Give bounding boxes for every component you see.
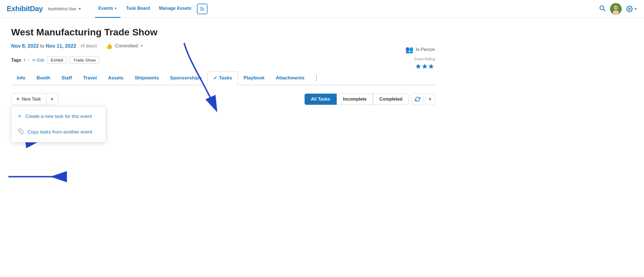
- tab-travel[interactable]: Travel: [78, 72, 102, 85]
- expand-button[interactable]: ▼: [425, 93, 435, 105]
- create-task-plus-icon: +: [18, 113, 21, 120]
- tab-attachments[interactable]: Attachments: [270, 72, 310, 85]
- svg-point-8: [616, 7, 617, 8]
- svg-rect-10: [20, 131, 23, 134]
- filter-group: All Tasks Incomplete Completed: [305, 94, 409, 105]
- new-task-label: New Task: [22, 97, 41, 102]
- plus-icon: +: [16, 96, 20, 102]
- committed-label: Committed: [115, 43, 138, 49]
- svg-line-2: [604, 9, 605, 11]
- tab-sponsorships[interactable]: Sponsorships: [165, 72, 207, 85]
- workspace-caret-icon: ▼: [78, 7, 81, 11]
- event-duration: (4 days): [81, 43, 97, 48]
- settings-caret-icon: ▼: [634, 7, 637, 11]
- event-date-to: Nov 11, 2022: [46, 43, 76, 49]
- events-caret-icon: ▼: [114, 7, 117, 10]
- tags-info-icon: ℹ: [24, 58, 25, 62]
- tags-label: Tags: [11, 58, 21, 63]
- event-stars: ★★★: [414, 62, 435, 71]
- top-navigation: ExhibitDay NorthWind Star ▼ Events ▼ Tas…: [0, 0, 644, 18]
- people-icon: 👥: [405, 46, 414, 54]
- event-dates-row: Nov 8, 2022 to Nov 11, 2022 (4 days) 👍 C…: [11, 41, 435, 51]
- search-icon[interactable]: [599, 5, 606, 13]
- workspace-selector[interactable]: NorthWind Star ▼: [48, 6, 88, 11]
- copy-tasks-icon: [18, 128, 24, 135]
- tasks-check-icon: ✓: [213, 75, 217, 81]
- tab-assets[interactable]: Assets: [102, 72, 129, 85]
- tab-shipments[interactable]: Shipments: [129, 72, 165, 85]
- tab-staff[interactable]: Staff: [56, 72, 78, 85]
- filter-all-tasks-button[interactable]: All Tasks: [305, 94, 337, 105]
- new-task-group: + New Task ▼: [11, 93, 58, 105]
- filter-and-actions: All Tasks Incomplete Completed ▼: [305, 93, 435, 105]
- event-type-label: In-Person: [416, 47, 435, 52]
- refresh-button[interactable]: [412, 93, 423, 105]
- new-task-main-button[interactable]: + New Task: [11, 93, 46, 105]
- nav-item-task-board[interactable]: Task Board: [123, 0, 153, 18]
- filter-completed-button[interactable]: Completed: [373, 94, 409, 105]
- tab-info[interactable]: Info: [11, 72, 31, 85]
- arrow-to-copy-tasks: [6, 168, 67, 185]
- create-new-task-item[interactable]: + Create a new task for this event: [11, 109, 106, 124]
- new-task-wrapper: + New Task ▼ + Create a new task for thi…: [11, 93, 58, 105]
- event-rating: Event Rating ★★★: [414, 57, 435, 71]
- nav-right: ▼: [599, 3, 637, 15]
- svg-point-7: [615, 7, 616, 8]
- tab-playbook[interactable]: Playbook: [238, 72, 270, 85]
- settings-button[interactable]: ▼: [626, 6, 637, 12]
- event-date-range: Nov 8, 2022 to Nov 11, 2022: [11, 43, 76, 49]
- thumb-icon: 👍: [106, 43, 113, 49]
- tabs-bar: Info Booth Staff Travel Assets Shipments…: [11, 71, 435, 85]
- tag-trade-show: Trade Show: [70, 57, 99, 64]
- svg-point-5: [613, 10, 619, 15]
- event-rating-label: Event Rating: [414, 57, 435, 61]
- avatar[interactable]: [610, 3, 622, 15]
- event-type-badge: 👥 In-Person: [405, 46, 435, 54]
- tags-edit-link[interactable]: ✏ Edit: [32, 58, 44, 63]
- event-date-from: Nov 8, 2022: [11, 43, 39, 49]
- nav-items: Events ▼ Task Board Manage Assets: [95, 0, 599, 18]
- workspace-name: NorthWind Star: [48, 6, 76, 11]
- nav-item-events[interactable]: Events ▼: [95, 0, 120, 18]
- committed-caret-icon: ▼: [140, 44, 143, 48]
- svg-point-0: [201, 10, 201, 11]
- copy-tasks-item[interactable]: Copy tasks from another event: [11, 124, 106, 140]
- new-task-caret-button[interactable]: ▼: [46, 94, 58, 104]
- tag-exhibit: Exhibit: [47, 57, 67, 64]
- rss-button[interactable]: [197, 4, 208, 14]
- tasks-toolbar: + New Task ▼ + Create a new task for thi…: [11, 93, 435, 105]
- committed-button[interactable]: 👍 Committed ▼: [101, 41, 148, 51]
- main-content: 👥 In-Person Event Rating ★★★ West Manufa…: [0, 18, 446, 185]
- tab-booth[interactable]: Booth: [31, 72, 56, 85]
- app-logo: ExhibitDay: [7, 4, 43, 13]
- nav-item-manage-assets[interactable]: Manage Assets: [156, 0, 195, 18]
- tab-more-button[interactable]: ⋮: [310, 72, 323, 84]
- tab-tasks[interactable]: ✓ Tasks: [207, 71, 238, 85]
- svg-point-9: [629, 8, 630, 10]
- event-title: West Manufacturing Trade Show: [11, 27, 435, 38]
- filter-incomplete-button[interactable]: Incomplete: [337, 94, 373, 105]
- tags-row: Tags ℹ : ✏ Edit Exhibit Trade Show: [11, 57, 435, 64]
- new-task-dropdown: + Create a new task for this event Copy …: [11, 106, 106, 142]
